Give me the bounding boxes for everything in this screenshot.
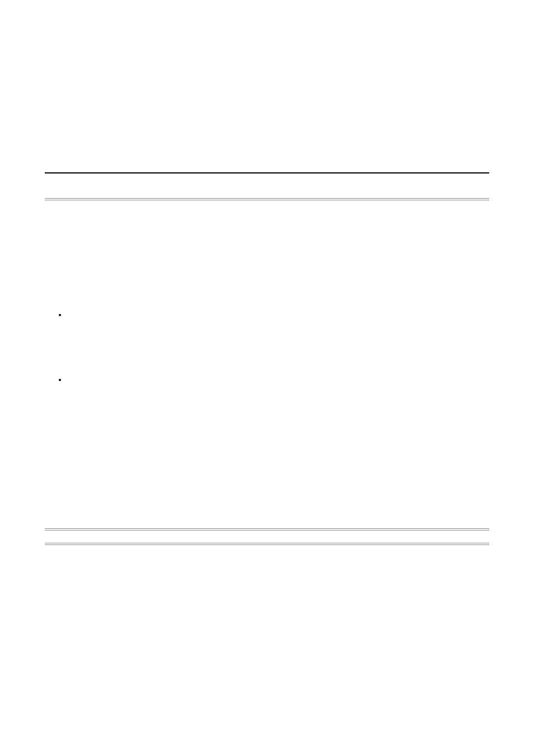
bullet-list xyxy=(45,310,489,384)
divider-double-3 xyxy=(45,543,489,545)
list-item xyxy=(67,310,489,319)
list-item xyxy=(67,375,489,384)
bottom-link[interactable] xyxy=(45,406,148,414)
top-link[interactable] xyxy=(45,140,210,148)
